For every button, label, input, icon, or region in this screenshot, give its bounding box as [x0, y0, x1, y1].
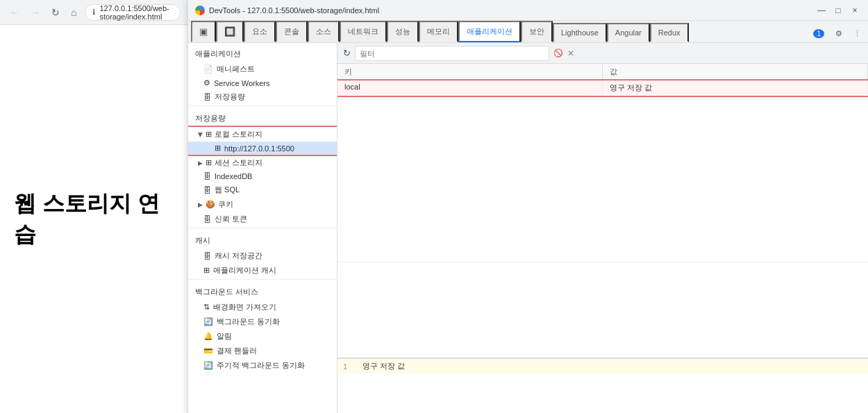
expand-arrow-icon: ▶ — [197, 132, 204, 137]
devtools-titlebar: DevTools - 127.0.0.1:5500/web-storage/in… — [188, 0, 868, 21]
forward-icon: → — [31, 7, 40, 18]
sidebar-item-label-bg-sync: 백그라운드 동기화 — [217, 317, 280, 327]
tab-application[interactable]: 애플리케이션 — [458, 21, 521, 42]
window-controls: — □ × — [815, 4, 861, 17]
forward-button[interactable]: → — [28, 6, 43, 19]
sidebar-item-payment-handler[interactable]: 💳 결제 핸들러 — [188, 344, 337, 358]
sidebar-item-background-fetch[interactable]: ⇅ 배경화면 가져오기 — [188, 300, 337, 314]
sidebar-item-background-sync[interactable]: 🔄 백그라운드 동기화 — [188, 314, 337, 329]
local-storage-icon: ⊞ — [206, 130, 212, 139]
table-row-empty — [337, 96, 868, 262]
bg-fetch-icon: ⇅ — [203, 303, 210, 312]
filter-no-button[interactable]: 🚫 — [553, 49, 563, 58]
storage-table: 키 값 local 영구 저장 값 — [337, 64, 868, 357]
sidebar-section-cache: 캐시 — [188, 230, 337, 248]
periodic-sync-icon: 🔄 — [203, 361, 213, 370]
sidebar-item-cache-storage[interactable]: 🗄 캐시 저장공간 — [188, 248, 337, 263]
sidebar-item-label-service-workers: Service Workers — [214, 79, 269, 87]
payment-icon: 💳 — [203, 346, 213, 355]
devtools-favicon — [195, 6, 205, 15]
tab-elements-icon[interactable]: ▣ — [191, 21, 216, 42]
table-row[interactable]: local 영구 저장 값 — [337, 81, 868, 96]
sidebar-item-label-cookies: 쿠키 — [218, 199, 233, 210]
sidebar-item-local-storage[interactable]: ▶ ⊞ 로컬 스토리지 — [188, 127, 337, 142]
tab-angular[interactable]: Angular — [607, 23, 650, 42]
tab-memory[interactable]: 메모리 — [419, 21, 458, 42]
table-header-value: 값 — [603, 64, 868, 80]
filter-input[interactable] — [360, 49, 544, 58]
address-bar[interactable]: ℹ 127.0.0.1:5500/web-storage/index.html — [85, 4, 181, 21]
indexeddb-icon: 🗄 — [203, 172, 211, 180]
sidebar-item-app-cache[interactable]: ⊞ 애플리케이션 캐시 — [188, 263, 337, 278]
sidebar-item-label-trust-tokens: 신뢰 토큰 — [215, 214, 247, 224]
back-button[interactable]: ← — [7, 6, 22, 19]
page-title: 웹 스토리지 연습 — [14, 189, 174, 250]
devtools-body: 애플리케이션 📄 매니페스트 ⚙ Service Workers 🗄 저장용량 … — [188, 43, 868, 413]
tab-security[interactable]: 보안 — [521, 21, 553, 42]
menu-icon-button[interactable]: ⋮ — [849, 28, 865, 40]
sidebar-item-trust-tokens[interactable]: 🗄 신뢰 토큰 — [188, 212, 337, 226]
service-workers-icon: ⚙ — [203, 78, 210, 87]
devtools-sidebar: 애플리케이션 📄 매니페스트 ⚙ Service Workers 🗄 저장용량 … — [188, 43, 337, 413]
sidebar-item-local-storage-url[interactable]: ⊞ http://127.0.0.1:5500 — [188, 142, 337, 155]
sidebar-section-application: 애플리케이션 — [188, 43, 337, 62]
sidebar-item-notifications[interactable]: 🔔 알림 — [188, 329, 337, 344]
tab-redux[interactable]: Redux — [650, 23, 689, 42]
notifications-icon: 🔔 — [203, 332, 213, 341]
minimize-button[interactable]: — — [815, 4, 828, 17]
sidebar-item-label-local-storage: 로컬 스토리지 — [215, 129, 262, 140]
page-content: 웹 스토리지 연습 — [0, 25, 187, 413]
session-arrow-icon: ▶ — [198, 160, 203, 167]
sidebar-item-label-indexeddb: IndexedDB — [215, 172, 252, 180]
sidebar-item-label-web-sql: 웹 SQL — [215, 185, 240, 195]
settings-icon-button[interactable]: ⚙ — [831, 28, 846, 40]
sidebar-item-cookies[interactable]: ▶ 🍪 쿠키 — [188, 197, 337, 212]
close-button[interactable]: × — [849, 4, 861, 17]
sidebar-item-service-workers[interactable]: ⚙ Service Workers — [188, 76, 337, 90]
home-button[interactable]: ⌂ — [68, 6, 79, 19]
bg-sync-icon: 🔄 — [203, 317, 213, 326]
tab-console[interactable]: 콘솔 — [276, 21, 308, 42]
tab-elements-icon2[interactable]: 🔲 — [216, 21, 244, 42]
sidebar-item-manifest[interactable]: 📄 매니페스트 — [188, 62, 337, 76]
tab-network[interactable]: 네트워크 — [340, 21, 387, 42]
sidebar-item-session-storage[interactable]: ▶ ⊞ 세션 스토리지 — [188, 155, 337, 170]
back-icon: ← — [10, 7, 19, 18]
home-icon: ⌂ — [71, 7, 76, 18]
filter-clear-button[interactable]: ✕ — [567, 49, 574, 58]
sidebar-item-label-cache-storage: 캐시 저장공간 — [215, 251, 262, 261]
devtools-title: DevTools - 127.0.0.1:5500/web-storage/in… — [209, 6, 811, 15]
tab-performance[interactable]: 성능 — [387, 21, 419, 42]
tab-elements[interactable]: 요소 — [244, 21, 276, 42]
session-storage-icon: ⊞ — [206, 158, 212, 167]
filter-input-wrapper — [355, 46, 549, 61]
maximize-button[interactable]: □ — [832, 4, 844, 17]
line-number: 1 — [343, 362, 354, 371]
notification-count: 1 — [813, 29, 824, 38]
tab-sources[interactable]: 소스 — [308, 21, 340, 42]
devtools-bottom-panel: 1 영구 저장 값 — [337, 357, 868, 413]
table-header: 키 값 — [337, 64, 868, 81]
sidebar-item-label-session-storage: 세션 스토리지 — [215, 158, 262, 168]
sidebar-item-web-sql[interactable]: 🗄 웹 SQL — [188, 183, 337, 197]
filter-refresh-button[interactable]: ↻ — [343, 48, 351, 58]
bottom-row: 1 영구 저장 값 — [337, 359, 868, 373]
manifest-icon: 📄 — [203, 65, 213, 74]
reload-button[interactable]: ↻ — [49, 6, 62, 19]
sidebar-section-background: 백그라운드 서비스 — [188, 281, 337, 300]
table-header-key: 키 — [337, 64, 603, 80]
sidebar-item-periodic-sync[interactable]: 🔄 주기적 백그라운드 동기화 — [188, 358, 337, 373]
storage-quota-icon: 🗄 — [203, 93, 211, 101]
sidebar-item-indexeddb[interactable]: 🗄 IndexedDB — [188, 170, 337, 183]
sidebar-item-label-local-storage-url: http://127.0.0.1:5500 — [224, 144, 294, 153]
lock-icon: ℹ — [92, 8, 95, 17]
cookies-arrow-icon: ▶ — [198, 201, 203, 208]
tab-lighthouse[interactable]: Lighthouse — [553, 23, 607, 42]
devtools-panel: DevTools - 127.0.0.1:5500/web-storage/in… — [187, 0, 868, 413]
notifications-badge[interactable]: 1 — [809, 28, 828, 40]
devtools-main-content: ↻ 🚫 ✕ 키 값 local 영구 저장 값 — [337, 43, 868, 413]
tab-right-icons: 1 ⚙ ⋮ — [809, 28, 865, 42]
cookies-icon: 🍪 — [206, 200, 215, 209]
app-cache-icon: ⊞ — [203, 266, 210, 275]
sidebar-item-storage-quota[interactable]: 🗄 저장용량 — [188, 90, 337, 104]
